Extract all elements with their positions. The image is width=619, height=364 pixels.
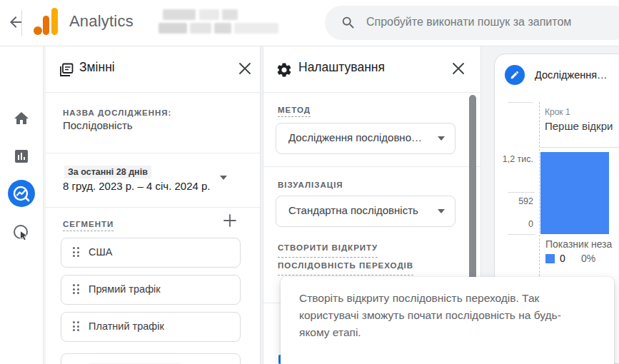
segment-label: Прямий трафік xyxy=(89,283,161,295)
exploration-tab-title[interactable]: Дослідження… xyxy=(535,69,608,81)
date-range-caret-icon[interactable] xyxy=(220,176,227,180)
settings-panel-title: Налаштування xyxy=(298,60,385,75)
open-funnel-tooltip: Створіть відкриту послідовність переході… xyxy=(281,277,614,364)
close-icon xyxy=(238,61,252,76)
divider xyxy=(46,153,260,153)
nav-home-button[interactable] xyxy=(0,110,43,127)
method-label: МЕТОД xyxy=(278,103,311,117)
axis-line xyxy=(540,147,619,148)
blurred-text-block xyxy=(222,9,238,20)
chevron-down-icon xyxy=(438,136,445,141)
axis-line xyxy=(508,102,533,103)
app-bar: Analytics Спробуйте виконати пошук за за… xyxy=(0,0,619,46)
blurred-text-block xyxy=(163,9,196,20)
segment-chip-direct-traffic[interactable]: Прямий трафік xyxy=(61,275,241,305)
settings-close-button[interactable] xyxy=(451,61,466,77)
blurred-text-block xyxy=(190,23,211,34)
advertising-icon xyxy=(12,223,31,243)
explore-active-icon xyxy=(8,180,35,207)
back-button[interactable] xyxy=(6,13,26,33)
segment-chip-usa[interactable]: США xyxy=(61,238,241,268)
logo-bar-mid xyxy=(43,16,49,35)
nav-explore-button[interactable] xyxy=(0,180,43,207)
funnel-step-label: Крок 1 xyxy=(545,107,570,117)
product-name: Analytics xyxy=(69,12,134,31)
date-preset-label: За останні 28 днів xyxy=(64,166,151,178)
reports-icon xyxy=(13,148,30,165)
blurred-text-block xyxy=(199,9,219,20)
y-axis-tick-label: 0 xyxy=(500,219,533,229)
plus-icon xyxy=(221,212,238,229)
drag-handle-icon[interactable] xyxy=(73,284,79,295)
y-axis-tick-label: 1,2 тис. xyxy=(500,154,533,164)
segment-chip-paid-traffic[interactable]: Платний трафік xyxy=(61,312,241,342)
blurred-text-block xyxy=(214,23,231,34)
logo-bar-tall xyxy=(51,8,58,35)
search-icon xyxy=(341,15,356,31)
gear-icon xyxy=(276,61,293,79)
exploration-name-label: НАЗВА ДОСЛІДЖЕННЯ: xyxy=(63,108,171,117)
y-axis-baseline xyxy=(508,234,535,235)
drag-handle-icon[interactable] xyxy=(73,321,79,332)
date-range-value[interactable]: 8 груд. 2023 р. – 4 січ. 2024 р. xyxy=(63,180,211,192)
divider xyxy=(263,92,480,93)
google-analytics-logo-icon xyxy=(33,7,60,37)
divider xyxy=(46,207,260,208)
exploration-name-value[interactable]: Послідовність xyxy=(63,119,133,131)
nav-rail xyxy=(0,46,44,364)
funnel-step-dashed-line xyxy=(539,102,540,276)
add-segment-button[interactable] xyxy=(220,211,240,231)
method-dropdown-value: Дослідження послідовно… xyxy=(288,131,422,143)
analytics-explorations-screen: Analytics Спробуйте виконати пошук за за… xyxy=(0,0,619,364)
blurred-text-block xyxy=(158,23,187,34)
legend-percent: 0% xyxy=(581,253,595,264)
search-placeholder: Спробуйте виконати пошук за запитом xyxy=(366,16,571,29)
divider xyxy=(263,166,480,167)
make-open-funnel-label[interactable]: СТВОРИТИ ВІДКРИТУ ПОСЛІДОВНІСТЬ ПЕРЕХОДІ… xyxy=(278,240,413,275)
funnel-step-name: Перше відкри xyxy=(545,120,613,132)
blurred-text-block xyxy=(234,23,278,34)
tooltip-text: Створіть відкриту послідовність переході… xyxy=(299,290,590,341)
variables-close-button[interactable] xyxy=(237,61,253,77)
visualization-label: ВІЗУАЛІЗАЦІЯ xyxy=(278,178,343,191)
segment-label: Платний трафік xyxy=(89,320,164,332)
segments-label: СЕГМЕНТИ xyxy=(63,217,114,231)
variables-panel: Змінні НАЗВА ДОСЛІДЖЕННЯ: Послідовність … xyxy=(46,46,261,364)
y-axis-tick-label: 592 xyxy=(500,196,533,206)
variables-icon xyxy=(58,61,75,79)
drag-handle-icon[interactable] xyxy=(73,247,79,258)
visualization-dropdown-value: Стандартна послідовність xyxy=(288,204,418,216)
legend-value: 0 xyxy=(560,253,565,264)
segment-label: США xyxy=(89,246,112,258)
metric-label: Показник неза xyxy=(545,238,612,250)
close-icon xyxy=(451,61,465,76)
home-icon xyxy=(13,110,30,127)
edit-tab-button[interactable] xyxy=(505,65,525,85)
divider xyxy=(46,92,260,93)
funnel-bar-step1[interactable] xyxy=(540,152,609,234)
legend-swatch xyxy=(545,254,555,263)
appbar-divider xyxy=(21,10,22,36)
nav-reports-button[interactable] xyxy=(0,148,43,165)
search-bar[interactable]: Спробуйте виконати пошук за запитом xyxy=(325,6,619,40)
nav-advertising-button[interactable] xyxy=(0,223,43,243)
y-axis-tick-line xyxy=(508,192,535,193)
logo-dot xyxy=(34,26,42,35)
pencil-icon xyxy=(510,70,520,80)
chevron-down-icon xyxy=(438,209,445,213)
segment-chip-partial[interactable] xyxy=(61,353,241,364)
visualization-dropdown[interactable]: Стандартна послідовність xyxy=(276,196,456,227)
variables-panel-title: Змінні xyxy=(79,60,115,75)
method-dropdown[interactable]: Дослідження послідовно… xyxy=(276,123,456,154)
